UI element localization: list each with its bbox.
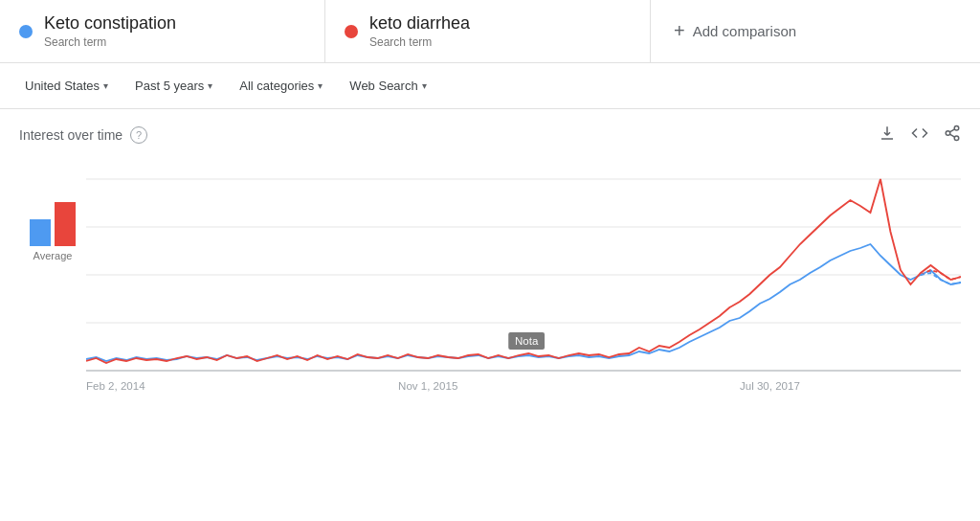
chart-header: Interest over time ? xyxy=(19,125,961,145)
filter-region-label: United States xyxy=(25,79,100,93)
chevron-down-icon: ▾ xyxy=(208,80,212,91)
term-info-1: Keto constipation Search term xyxy=(44,13,176,49)
term-name-1: Keto constipation xyxy=(44,13,176,34)
filter-search-type[interactable]: Web Search ▾ xyxy=(340,73,435,99)
nota-tooltip-text: Nota xyxy=(515,335,539,347)
chart-svg: 100 75 50 25 Feb 2, 2014 Nov 1, 2015 Jul… xyxy=(86,160,961,428)
x-label-3: Jul 30, 2017 xyxy=(740,380,800,392)
term-name-2: keto diarrhea xyxy=(369,13,470,34)
main-graph: 100 75 50 25 Feb 2, 2014 Nov 1, 2015 Jul… xyxy=(86,160,961,419)
chevron-down-icon: ▾ xyxy=(318,80,323,91)
plus-icon: + xyxy=(674,20,685,42)
avg-bars xyxy=(30,198,76,246)
add-comparison-label: Add comparison xyxy=(693,23,796,39)
chevron-down-icon: ▾ xyxy=(103,80,108,91)
avg-label: Average xyxy=(33,250,73,261)
term-dot-1 xyxy=(19,25,33,38)
filter-time-label: Past 5 years xyxy=(135,79,204,93)
svg-point-0 xyxy=(954,126,959,131)
share-icon[interactable] xyxy=(944,125,961,145)
chart-area: Average 100 75 50 25 xyxy=(19,160,961,419)
term-dot-2 xyxy=(345,25,358,38)
embed-icon[interactable] xyxy=(911,125,928,145)
filter-categories-label: All categories xyxy=(239,79,314,93)
chart-section: Interest over time ? Average xyxy=(0,109,980,434)
filter-categories[interactable]: All categories ▾ xyxy=(230,73,332,99)
term-card-2: keto diarrhea Search term xyxy=(325,0,651,62)
filters-bar: United States ▾ Past 5 years ▾ All categ… xyxy=(0,63,980,109)
svg-line-4 xyxy=(949,129,954,132)
chevron-down-icon: ▾ xyxy=(422,80,427,91)
avg-bar-blue xyxy=(30,219,51,246)
svg-line-3 xyxy=(949,134,954,137)
avg-section: Average xyxy=(19,160,86,419)
chart-title-row: Interest over time ? xyxy=(19,126,147,144)
x-label-2: Nov 1, 2015 xyxy=(398,380,457,392)
help-icon[interactable]: ? xyxy=(130,126,147,144)
term-sublabel-2: Search term xyxy=(369,35,470,49)
add-comparison-button[interactable]: + Add comparison xyxy=(651,0,980,62)
chart-actions xyxy=(879,125,961,145)
avg-bar-red xyxy=(55,202,76,246)
x-label-1: Feb 2, 2014 xyxy=(86,380,145,392)
term-sublabel-1: Search term xyxy=(44,35,176,49)
svg-point-2 xyxy=(954,136,959,141)
filter-region[interactable]: United States ▾ xyxy=(15,73,118,99)
filter-search-type-label: Web Search xyxy=(349,79,417,93)
download-icon[interactable] xyxy=(879,125,896,145)
svg-point-1 xyxy=(946,131,950,136)
chart-title: Interest over time xyxy=(19,127,122,143)
term-card-1: Keto constipation Search term xyxy=(0,0,325,62)
terms-bar: Keto constipation Search term keto diarr… xyxy=(0,0,980,63)
term-info-2: keto diarrhea Search term xyxy=(369,13,470,49)
filter-time-range[interactable]: Past 5 years ▾ xyxy=(125,73,222,99)
